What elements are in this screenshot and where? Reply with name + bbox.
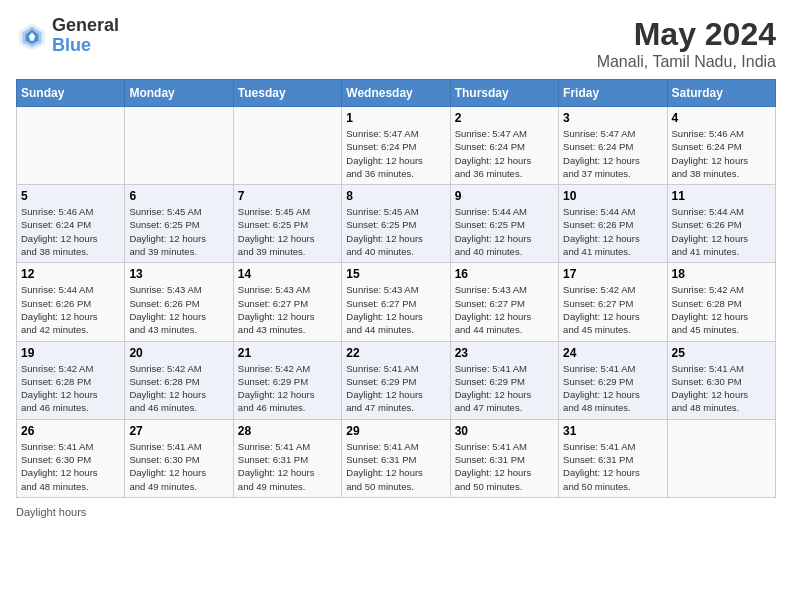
day-number: 7 bbox=[238, 189, 337, 203]
day-info: Sunrise: 5:45 AM Sunset: 6:25 PM Dayligh… bbox=[129, 205, 228, 258]
calendar-cell: 6Sunrise: 5:45 AM Sunset: 6:25 PM Daylig… bbox=[125, 185, 233, 263]
day-number: 9 bbox=[455, 189, 554, 203]
day-number: 16 bbox=[455, 267, 554, 281]
calendar-week-row: 1Sunrise: 5:47 AM Sunset: 6:24 PM Daylig… bbox=[17, 107, 776, 185]
day-number: 8 bbox=[346, 189, 445, 203]
day-number: 1 bbox=[346, 111, 445, 125]
day-info: Sunrise: 5:44 AM Sunset: 6:26 PM Dayligh… bbox=[563, 205, 662, 258]
calendar-cell: 28Sunrise: 5:41 AM Sunset: 6:31 PM Dayli… bbox=[233, 419, 341, 497]
day-info: Sunrise: 5:41 AM Sunset: 6:31 PM Dayligh… bbox=[346, 440, 445, 493]
day-info: Sunrise: 5:44 AM Sunset: 6:26 PM Dayligh… bbox=[672, 205, 771, 258]
day-info: Sunrise: 5:43 AM Sunset: 6:27 PM Dayligh… bbox=[346, 283, 445, 336]
day-info: Sunrise: 5:42 AM Sunset: 6:28 PM Dayligh… bbox=[129, 362, 228, 415]
calendar-cell bbox=[125, 107, 233, 185]
day-header: Saturday bbox=[667, 80, 775, 107]
calendar-cell: 25Sunrise: 5:41 AM Sunset: 6:30 PM Dayli… bbox=[667, 341, 775, 419]
day-info: Sunrise: 5:41 AM Sunset: 6:30 PM Dayligh… bbox=[129, 440, 228, 493]
calendar-cell: 22Sunrise: 5:41 AM Sunset: 6:29 PM Dayli… bbox=[342, 341, 450, 419]
calendar-cell: 8Sunrise: 5:45 AM Sunset: 6:25 PM Daylig… bbox=[342, 185, 450, 263]
day-number: 26 bbox=[21, 424, 120, 438]
calendar-cell: 9Sunrise: 5:44 AM Sunset: 6:25 PM Daylig… bbox=[450, 185, 558, 263]
calendar-header-row: SundayMondayTuesdayWednesdayThursdayFrid… bbox=[17, 80, 776, 107]
day-info: Sunrise: 5:41 AM Sunset: 6:31 PM Dayligh… bbox=[563, 440, 662, 493]
page-title: May 2024 bbox=[597, 16, 776, 53]
day-info: Sunrise: 5:46 AM Sunset: 6:24 PM Dayligh… bbox=[672, 127, 771, 180]
calendar-cell: 4Sunrise: 5:46 AM Sunset: 6:24 PM Daylig… bbox=[667, 107, 775, 185]
day-info: Sunrise: 5:42 AM Sunset: 6:27 PM Dayligh… bbox=[563, 283, 662, 336]
day-number: 17 bbox=[563, 267, 662, 281]
day-info: Sunrise: 5:43 AM Sunset: 6:27 PM Dayligh… bbox=[455, 283, 554, 336]
day-number: 12 bbox=[21, 267, 120, 281]
day-info: Sunrise: 5:45 AM Sunset: 6:25 PM Dayligh… bbox=[346, 205, 445, 258]
day-number: 5 bbox=[21, 189, 120, 203]
day-info: Sunrise: 5:41 AM Sunset: 6:29 PM Dayligh… bbox=[455, 362, 554, 415]
calendar-cell: 7Sunrise: 5:45 AM Sunset: 6:25 PM Daylig… bbox=[233, 185, 341, 263]
day-header: Friday bbox=[559, 80, 667, 107]
calendar-cell: 30Sunrise: 5:41 AM Sunset: 6:31 PM Dayli… bbox=[450, 419, 558, 497]
day-number: 18 bbox=[672, 267, 771, 281]
calendar-cell: 13Sunrise: 5:43 AM Sunset: 6:26 PM Dayli… bbox=[125, 263, 233, 341]
day-header: Sunday bbox=[17, 80, 125, 107]
day-info: Sunrise: 5:41 AM Sunset: 6:30 PM Dayligh… bbox=[21, 440, 120, 493]
day-number: 2 bbox=[455, 111, 554, 125]
day-header: Thursday bbox=[450, 80, 558, 107]
calendar-cell: 24Sunrise: 5:41 AM Sunset: 6:29 PM Dayli… bbox=[559, 341, 667, 419]
day-number: 20 bbox=[129, 346, 228, 360]
day-info: Sunrise: 5:41 AM Sunset: 6:31 PM Dayligh… bbox=[455, 440, 554, 493]
calendar-cell: 18Sunrise: 5:42 AM Sunset: 6:28 PM Dayli… bbox=[667, 263, 775, 341]
day-info: Sunrise: 5:41 AM Sunset: 6:31 PM Dayligh… bbox=[238, 440, 337, 493]
calendar-cell bbox=[233, 107, 341, 185]
calendar-week-row: 26Sunrise: 5:41 AM Sunset: 6:30 PM Dayli… bbox=[17, 419, 776, 497]
calendar-cell: 21Sunrise: 5:42 AM Sunset: 6:29 PM Dayli… bbox=[233, 341, 341, 419]
day-number: 31 bbox=[563, 424, 662, 438]
footer: Daylight hours bbox=[16, 506, 776, 518]
day-number: 22 bbox=[346, 346, 445, 360]
calendar-cell: 26Sunrise: 5:41 AM Sunset: 6:30 PM Dayli… bbox=[17, 419, 125, 497]
day-info: Sunrise: 5:44 AM Sunset: 6:25 PM Dayligh… bbox=[455, 205, 554, 258]
day-number: 14 bbox=[238, 267, 337, 281]
calendar-cell: 11Sunrise: 5:44 AM Sunset: 6:26 PM Dayli… bbox=[667, 185, 775, 263]
calendar-cell: 5Sunrise: 5:46 AM Sunset: 6:24 PM Daylig… bbox=[17, 185, 125, 263]
calendar-cell: 20Sunrise: 5:42 AM Sunset: 6:28 PM Dayli… bbox=[125, 341, 233, 419]
calendar-cell: 3Sunrise: 5:47 AM Sunset: 6:24 PM Daylig… bbox=[559, 107, 667, 185]
day-number: 4 bbox=[672, 111, 771, 125]
calendar-cell: 12Sunrise: 5:44 AM Sunset: 6:26 PM Dayli… bbox=[17, 263, 125, 341]
page-subtitle: Manali, Tamil Nadu, India bbox=[597, 53, 776, 71]
logo-line1: General bbox=[52, 16, 119, 36]
day-number: 13 bbox=[129, 267, 228, 281]
day-number: 10 bbox=[563, 189, 662, 203]
day-info: Sunrise: 5:41 AM Sunset: 6:29 PM Dayligh… bbox=[346, 362, 445, 415]
calendar-cell: 29Sunrise: 5:41 AM Sunset: 6:31 PM Dayli… bbox=[342, 419, 450, 497]
logo-line2: Blue bbox=[52, 36, 119, 56]
day-number: 3 bbox=[563, 111, 662, 125]
calendar-cell: 14Sunrise: 5:43 AM Sunset: 6:27 PM Dayli… bbox=[233, 263, 341, 341]
day-number: 28 bbox=[238, 424, 337, 438]
calendar-cell: 15Sunrise: 5:43 AM Sunset: 6:27 PM Dayli… bbox=[342, 263, 450, 341]
day-info: Sunrise: 5:46 AM Sunset: 6:24 PM Dayligh… bbox=[21, 205, 120, 258]
day-header: Wednesday bbox=[342, 80, 450, 107]
day-header: Tuesday bbox=[233, 80, 341, 107]
footer-text: Daylight hours bbox=[16, 506, 86, 518]
calendar-cell: 1Sunrise: 5:47 AM Sunset: 6:24 PM Daylig… bbox=[342, 107, 450, 185]
calendar-cell: 27Sunrise: 5:41 AM Sunset: 6:30 PM Dayli… bbox=[125, 419, 233, 497]
day-info: Sunrise: 5:41 AM Sunset: 6:29 PM Dayligh… bbox=[563, 362, 662, 415]
title-block: May 2024 Manali, Tamil Nadu, India bbox=[597, 16, 776, 71]
calendar-table: SundayMondayTuesdayWednesdayThursdayFrid… bbox=[16, 79, 776, 498]
logo: General Blue bbox=[16, 16, 119, 56]
calendar-cell: 31Sunrise: 5:41 AM Sunset: 6:31 PM Dayli… bbox=[559, 419, 667, 497]
calendar-week-row: 12Sunrise: 5:44 AM Sunset: 6:26 PM Dayli… bbox=[17, 263, 776, 341]
day-info: Sunrise: 5:42 AM Sunset: 6:28 PM Dayligh… bbox=[21, 362, 120, 415]
page-header: General Blue May 2024 Manali, Tamil Nadu… bbox=[16, 16, 776, 71]
day-number: 27 bbox=[129, 424, 228, 438]
day-info: Sunrise: 5:47 AM Sunset: 6:24 PM Dayligh… bbox=[563, 127, 662, 180]
day-info: Sunrise: 5:42 AM Sunset: 6:29 PM Dayligh… bbox=[238, 362, 337, 415]
day-number: 30 bbox=[455, 424, 554, 438]
day-number: 6 bbox=[129, 189, 228, 203]
calendar-cell: 23Sunrise: 5:41 AM Sunset: 6:29 PM Dayli… bbox=[450, 341, 558, 419]
calendar-cell bbox=[667, 419, 775, 497]
day-number: 24 bbox=[563, 346, 662, 360]
day-info: Sunrise: 5:45 AM Sunset: 6:25 PM Dayligh… bbox=[238, 205, 337, 258]
day-number: 15 bbox=[346, 267, 445, 281]
calendar-cell bbox=[17, 107, 125, 185]
day-info: Sunrise: 5:43 AM Sunset: 6:27 PM Dayligh… bbox=[238, 283, 337, 336]
